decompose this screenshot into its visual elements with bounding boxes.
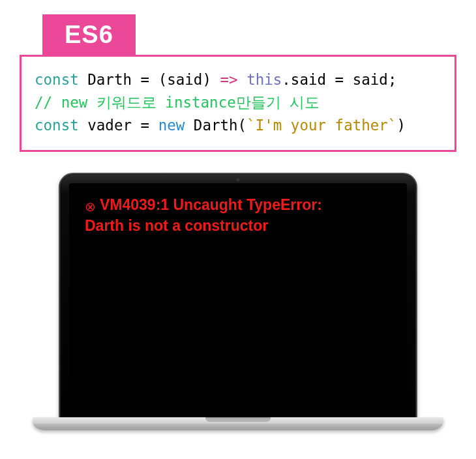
laptop-screen: ⊗VM4039:1 Uncaught TypeError: Darth is n… — [69, 183, 407, 410]
token-equals: = — [141, 117, 150, 134]
token-this: this — [246, 71, 282, 88]
token-prop: said — [291, 71, 326, 88]
token-semicolon: ; — [388, 71, 397, 88]
token-rhs: said — [353, 71, 388, 88]
token-new: new — [158, 117, 185, 134]
token-rparen: ) — [396, 117, 406, 134]
error-line-1: VM4039:1 Uncaught TypeError: — [100, 196, 322, 213]
token-equals: = — [335, 71, 344, 88]
error-message: ⊗VM4039:1 Uncaught TypeError: Darth is n… — [85, 195, 391, 236]
token-const: const — [35, 117, 79, 134]
token-const: const — [35, 71, 79, 88]
error-line-2: Darth is not a constructor — [85, 217, 268, 234]
camera-icon — [237, 178, 240, 181]
token-param: said — [167, 71, 202, 88]
token-ctor: Darth — [194, 117, 238, 134]
token-lparen: ( — [238, 117, 247, 134]
token-dot: . — [282, 71, 291, 88]
es6-badge: ES6 — [42, 14, 136, 57]
token-identifier: vader — [87, 117, 132, 134]
token-rparen: ) — [202, 71, 211, 88]
error-icon: ⊗ — [85, 198, 96, 216]
token-comment: // new 키워드로 instance만들기 시도 — [35, 94, 320, 111]
laptop-body: ⊗VM4039:1 Uncaught TypeError: Darth is n… — [59, 173, 417, 421]
token-arrow: => — [220, 71, 237, 88]
token-lparen: ( — [158, 71, 168, 88]
code-block: const Darth = (said) => this.said = said… — [20, 55, 456, 152]
laptop-base — [33, 417, 443, 430]
laptop-mockup: ⊗VM4039:1 Uncaught TypeError: Darth is n… — [33, 173, 443, 450]
laptop-notch — [205, 417, 271, 422]
token-string: `I'm your father` — [246, 117, 396, 134]
token-identifier: Darth — [87, 71, 132, 88]
token-equals: = — [141, 71, 150, 88]
